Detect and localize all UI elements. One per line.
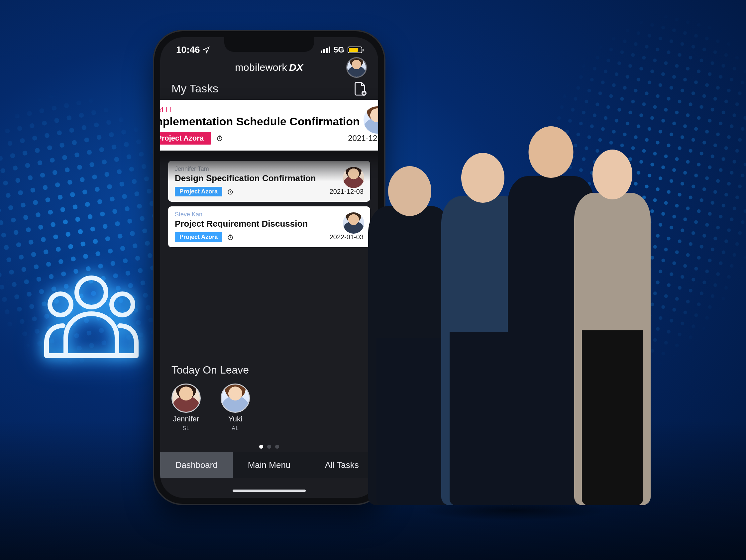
task-title: Project Requirement Discussion xyxy=(175,219,364,229)
svg-point-0 xyxy=(77,278,106,307)
today-on-leave-section: Today On Leave Jennifer SL Yuki AL xyxy=(160,364,378,431)
avatar xyxy=(221,384,250,413)
leave-type: AL xyxy=(232,425,239,431)
leave-name: Yuki xyxy=(228,415,242,423)
clock-icon xyxy=(216,135,223,142)
tab-all-tasks[interactable]: All Tasks xyxy=(305,452,378,478)
battery-icon xyxy=(348,47,362,53)
avatar xyxy=(171,384,201,413)
task-owner: Jennifer Tam xyxy=(175,166,364,172)
signal-icon xyxy=(321,47,330,53)
task-title: Design Specification Confirmation xyxy=(175,173,364,184)
app-title: mobileworkDX xyxy=(235,62,303,73)
task-card[interactable]: Yuki Li Implementation Schedule Confirma… xyxy=(160,100,378,150)
add-task-button[interactable] xyxy=(353,81,367,96)
leave-name: Jennifer xyxy=(173,415,199,423)
my-tasks-title: My Tasks xyxy=(171,82,218,95)
phone-frame: 10:46 5G mobileworkDX My Tasks xyxy=(153,30,385,505)
leave-person[interactable]: Jennifer SL xyxy=(171,384,201,431)
task-assignee-avatar xyxy=(343,213,364,234)
tab-main-menu[interactable]: Main Menu xyxy=(233,452,306,478)
home-indicator[interactable] xyxy=(233,489,306,492)
task-owner: Yuki Li xyxy=(160,106,378,114)
clock-icon xyxy=(227,234,234,241)
task-title: Implementation Schedule Confirmation xyxy=(160,115,378,128)
my-tasks-header: My Tasks xyxy=(160,78,378,100)
network-label: 5G xyxy=(334,45,344,55)
task-assignee-avatar xyxy=(343,167,364,188)
tab-dashboard[interactable]: Dashboard xyxy=(160,452,233,478)
svg-point-1 xyxy=(50,294,71,315)
notch xyxy=(224,37,314,52)
profile-avatar[interactable] xyxy=(346,57,367,78)
task-date: 2021-12-03 xyxy=(329,188,364,195)
leave-person[interactable]: Yuki AL xyxy=(221,384,250,431)
task-card[interactable]: Steve Kan Project Requirement Discussion… xyxy=(168,206,370,247)
task-owner: Steve Kan xyxy=(175,211,364,218)
clock-icon xyxy=(227,189,234,195)
task-card[interactable]: Jennifer Tam Design Specification Confir… xyxy=(168,161,370,202)
status-time: 10:46 xyxy=(176,45,200,55)
phone-screen: 10:46 5G mobileworkDX My Tasks xyxy=(160,37,378,498)
task-project-tag: Project Azora xyxy=(175,187,222,196)
app-header: mobileworkDX xyxy=(160,58,378,78)
task-project-tag: Project Azora xyxy=(175,232,222,242)
today-on-leave-title: Today On Leave xyxy=(171,364,367,376)
task-date: 2022-01-03 xyxy=(329,233,364,241)
business-people-illustration xyxy=(368,93,661,519)
location-arrow-icon xyxy=(203,46,210,54)
tab-bar: Dashboard Main Menu All Tasks xyxy=(160,452,378,478)
svg-point-2 xyxy=(112,294,133,315)
team-icon xyxy=(40,273,143,359)
task-project-tag: Project Azora xyxy=(160,132,211,145)
page-indicator[interactable] xyxy=(259,445,279,449)
task-date: 2021-12-06 xyxy=(348,134,378,143)
leave-type: SL xyxy=(182,425,190,431)
